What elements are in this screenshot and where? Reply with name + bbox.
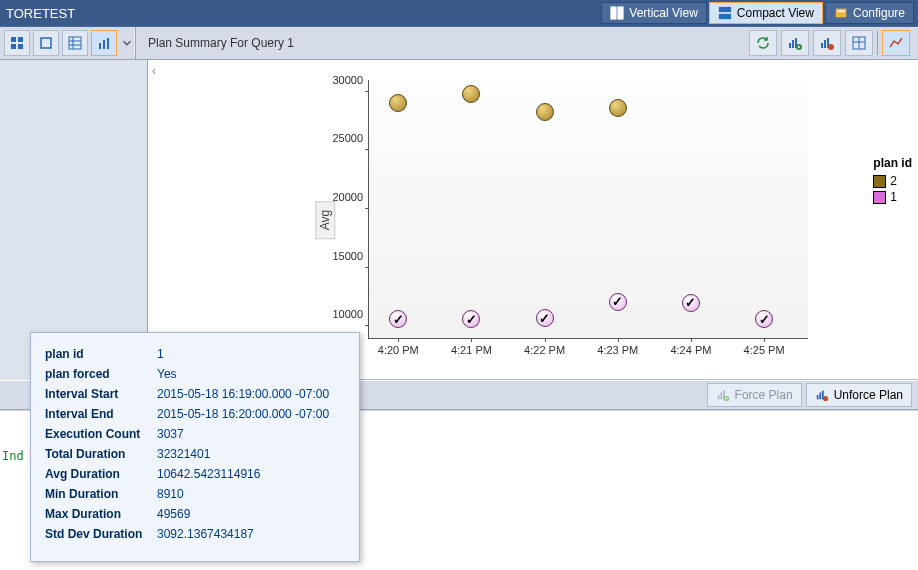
tooltip-row: Min Duration8910 — [45, 487, 345, 501]
y-tick-label: 25000 — [332, 132, 369, 144]
svg-rect-33 — [816, 395, 818, 399]
forced-check-icon: ✓ — [759, 313, 770, 326]
chart-point-plan-1[interactable]: ✓ — [682, 294, 700, 312]
y-tick-mark — [365, 91, 369, 92]
tooltip-value: 32321401 — [157, 447, 210, 461]
tooltip-row: Std Dev Duration3092.1367434187 — [45, 527, 345, 541]
legend-label: 1 — [890, 190, 897, 204]
x-tick-mark — [398, 338, 399, 342]
tooltip-key: Execution Count — [45, 427, 157, 441]
svg-point-25 — [828, 44, 834, 50]
x-tick-mark — [545, 338, 546, 342]
svg-rect-4 — [836, 9, 847, 18]
table-chart-button[interactable] — [845, 30, 873, 56]
legend-item[interactable]: 1 — [873, 190, 912, 204]
y-tick-mark — [365, 267, 369, 268]
plot-area[interactable]: 10000150002000025000300004:20 PM4:21 PM4… — [368, 80, 808, 339]
tooltip-value: 8910 — [157, 487, 184, 501]
single-view-button[interactable] — [33, 30, 59, 56]
y-tick-label: 15000 — [332, 250, 369, 262]
legend-title: plan id — [873, 156, 912, 170]
summary-title: Plan Summary For Query 1 — [136, 36, 749, 50]
svg-rect-2 — [719, 7, 731, 12]
compact-view-button[interactable]: Compact View — [709, 2, 823, 24]
svg-rect-16 — [103, 40, 105, 49]
svg-rect-5 — [837, 10, 844, 12]
chart-point-plan-1[interactable]: ✓ — [389, 310, 407, 328]
chart-point-plan-1[interactable]: ✓ — [609, 293, 627, 311]
forced-check-icon: ✓ — [393, 313, 404, 326]
chart-view-button[interactable] — [91, 30, 117, 56]
vertical-view-label: Vertical View — [629, 6, 697, 20]
svg-rect-11 — [69, 37, 81, 49]
chart-inner: 10000150002000025000300004:20 PM4:21 PM4… — [308, 70, 818, 369]
svg-rect-1 — [618, 7, 623, 19]
tooltip-key: Avg Duration — [45, 467, 157, 481]
svg-rect-6 — [11, 37, 16, 42]
forced-check-icon: ✓ — [685, 296, 696, 309]
index-text: Ind — [2, 449, 24, 463]
grid-view-button[interactable] — [4, 30, 30, 56]
unforce-plan-button[interactable]: Unforce Plan — [806, 383, 912, 407]
play-chart-button[interactable] — [781, 30, 809, 56]
chart-point-plan-2[interactable] — [389, 94, 407, 112]
tooltip-row: plan id1 — [45, 347, 345, 361]
x-tick-mark — [618, 338, 619, 342]
configure-button[interactable]: Configure — [825, 2, 914, 24]
legend-item[interactable]: 2 — [873, 174, 912, 188]
chart-point-plan-1[interactable]: ✓ — [755, 310, 773, 328]
chart-point-plan-2[interactable] — [536, 103, 554, 121]
svg-rect-0 — [611, 7, 616, 19]
chart-point-plan-2[interactable] — [609, 99, 627, 117]
tooltip-row: plan forcedYes — [45, 367, 345, 381]
tooltip-row: Total Duration32321401 — [45, 447, 345, 461]
forced-check-icon: ✓ — [539, 312, 550, 325]
y-tick-label: 30000 — [332, 74, 369, 86]
vertical-view-button[interactable]: Vertical View — [601, 2, 706, 24]
svg-rect-15 — [99, 43, 101, 49]
svg-rect-22 — [821, 43, 823, 48]
y-tick-mark — [365, 208, 369, 209]
svg-point-36 — [823, 396, 828, 401]
toolbar-divider-2 — [877, 31, 878, 55]
x-tick-mark — [691, 338, 692, 342]
svg-rect-34 — [819, 392, 821, 399]
configure-icon — [834, 6, 848, 20]
tooltip-value: 3037 — [157, 427, 184, 441]
legend-label: 2 — [890, 174, 897, 188]
svg-rect-10 — [41, 38, 51, 48]
tooltip-value: 2015-05-18 16:19:00.000 -07:00 — [157, 387, 329, 401]
tooltip-key: Max Duration — [45, 507, 157, 521]
stop-chart-button[interactable] — [813, 30, 841, 56]
svg-rect-23 — [824, 40, 826, 48]
force-plan-label: Force Plan — [735, 388, 793, 402]
chart-point-plan-1[interactable]: ✓ — [536, 309, 554, 327]
svg-rect-9 — [18, 44, 23, 49]
right-toolbar-group — [749, 30, 918, 56]
titlebar: TORETEST Vertical View Compact View Conf… — [0, 0, 918, 27]
legend-swatch-icon — [873, 175, 886, 188]
force-plan-button[interactable]: Force Plan — [707, 383, 802, 407]
tooltip-row: Max Duration49569 — [45, 507, 345, 521]
y-tick-label: 20000 — [332, 191, 369, 203]
line-chart-button[interactable] — [882, 30, 910, 56]
collapse-chevron-icon[interactable]: ‹ — [152, 64, 162, 74]
tooltip-row: Execution Count3037 — [45, 427, 345, 441]
svg-rect-29 — [717, 395, 719, 399]
y-tick-mark — [365, 325, 369, 326]
table-view-button[interactable] — [62, 30, 88, 56]
chart-point-plan-2[interactable] — [462, 85, 480, 103]
legend-swatch-icon — [873, 191, 886, 204]
svg-rect-18 — [789, 43, 791, 48]
svg-rect-3 — [719, 14, 731, 19]
tooltip-value: 3092.1367434187 — [157, 527, 254, 541]
configure-label: Configure — [853, 6, 905, 20]
datapoint-tooltip: plan id1plan forcedYesInterval Start2015… — [30, 332, 360, 562]
chart-point-plan-1[interactable]: ✓ — [462, 310, 480, 328]
tooltip-value: 10642.5423114916 — [157, 467, 260, 481]
refresh-button[interactable] — [749, 30, 777, 56]
tooltip-value: 1 — [157, 347, 164, 361]
dropdown-arrow-button[interactable] — [120, 30, 134, 56]
tooltip-key: Interval End — [45, 407, 157, 421]
tooltip-row: Interval End2015-05-18 16:20:00.000 -07:… — [45, 407, 345, 421]
